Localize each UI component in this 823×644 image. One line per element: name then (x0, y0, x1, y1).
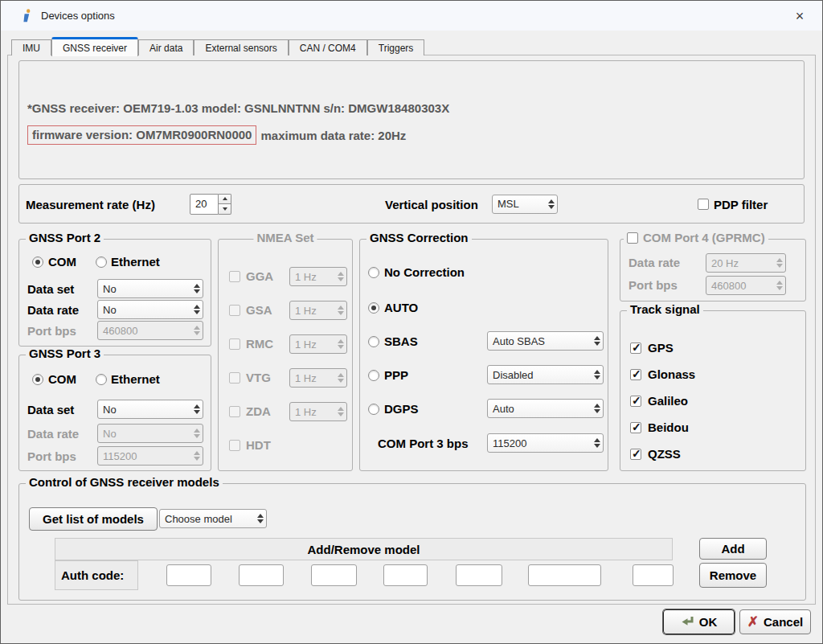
tab-imu[interactable]: IMU (11, 39, 51, 55)
port3-port-bps-label: Port bps (27, 449, 76, 463)
tab-bar: IMU GNSS receiver Air data External sens… (11, 37, 424, 55)
dropdown-arrows-icon (190, 400, 203, 418)
pdp-filter-label: PDP filter (714, 197, 768, 211)
port2-data-rate-value: No (98, 301, 190, 318)
port3-com-label: COM (48, 372, 76, 386)
pdp-filter-checkbox[interactable] (698, 199, 709, 210)
port3-ethernet-radio[interactable] (96, 374, 107, 385)
com-port4-checkbox[interactable] (627, 232, 638, 244)
add-button[interactable]: Add (699, 538, 767, 560)
port2-ethernet-label: Ethernet (111, 255, 160, 269)
dropdown-arrows-icon (591, 400, 603, 417)
ok-return-arrow-icon (681, 616, 694, 628)
tab-can-com4[interactable]: CAN / COM4 (289, 39, 367, 55)
track-galileo-checkbox[interactable] (630, 396, 641, 407)
track-glonass-checkbox[interactable] (630, 369, 641, 380)
sbas-value: Auto SBAS (488, 332, 591, 350)
track-signal-title: Track signal (627, 302, 703, 316)
port2-data-set-select[interactable]: No (97, 279, 203, 298)
track-signal-group: Track signal GPS Glonass Galileo Beidou … (620, 310, 806, 471)
port2-data-set-value: No (98, 280, 190, 297)
ok-button-label: OK (699, 615, 718, 629)
vertical-position-select[interactable]: MSL (492, 195, 558, 214)
gnss-correction-group: GNSS Correction No Correction AUTO SBAS … (359, 239, 608, 471)
dropdown-arrows-icon (773, 277, 785, 294)
track-gps-checkbox[interactable] (630, 343, 641, 354)
window-title: Devices options (41, 10, 115, 22)
choose-model-select[interactable]: Choose model (159, 509, 267, 528)
measurement-rate-stepper[interactable]: 20 (190, 194, 231, 215)
nmea-rmc-rate-select: 1 Hz (289, 334, 347, 354)
nmea-rmc-rate-value: 1 Hz (290, 335, 334, 353)
nmea-gsa-label: GSA (246, 303, 272, 317)
auth-code-input-7[interactable] (633, 564, 674, 586)
track-qzss-checkbox[interactable] (630, 449, 641, 460)
dgps-select[interactable]: Auto (487, 399, 604, 418)
com4-port-bps-label: Port bps (629, 278, 678, 292)
port2-com-label: COM (48, 255, 76, 269)
port3-port-bps-value: 115200 (98, 447, 190, 465)
auth-code-input-5[interactable] (456, 564, 502, 586)
port2-ethernet-radio[interactable] (96, 256, 107, 268)
auto-radio[interactable] (368, 302, 379, 314)
ok-button[interactable]: OK (663, 609, 735, 634)
nmea-gga-label: GGA (246, 269, 273, 283)
stepper-buttons[interactable] (219, 194, 231, 215)
port3-data-rate-select: No (97, 424, 203, 443)
dropdown-arrows-icon (190, 425, 203, 442)
measurement-frame: Measurement rate (Hz) 20 Vertical positi… (18, 184, 805, 224)
port3-data-set-label: Data set (27, 403, 74, 416)
auth-code-input-1[interactable] (166, 564, 211, 586)
sbas-select[interactable]: Auto SBAS (487, 331, 604, 351)
nmea-gsa-checkbox (229, 305, 240, 316)
cancel-x-icon: ✗ (747, 613, 759, 630)
sbas-radio[interactable] (368, 336, 379, 347)
nmea-zda-rate-value: 1 Hz (290, 403, 334, 420)
dropdown-arrows-icon (334, 335, 346, 353)
port3-data-set-select[interactable]: No (97, 400, 203, 419)
auto-label: AUTO (384, 301, 418, 314)
gnss-correction-title: GNSS Correction (366, 231, 472, 244)
dropdown-arrows-icon (190, 447, 203, 465)
com4-port-bps-select: 460800 (706, 276, 786, 295)
measurement-rate-value: 20 (190, 194, 219, 215)
tab-gnss-receiver[interactable]: GNSS receiver (51, 37, 138, 56)
tab-external-sensors[interactable]: External sensors (194, 39, 288, 55)
port3-data-set-value: No (98, 400, 190, 418)
auth-code-input-3[interactable] (311, 564, 357, 586)
ppp-radio[interactable] (368, 370, 379, 381)
com-port4-group: COM Port 4 (GPRMC) Data rate 20 Hz Port … (620, 239, 806, 301)
auth-code-input-6[interactable] (528, 564, 601, 586)
auth-code-input-4[interactable] (383, 564, 428, 586)
dgps-radio[interactable] (368, 404, 379, 415)
port3-com-radio[interactable] (32, 374, 43, 385)
no-correction-label: No Correction (384, 265, 465, 279)
nmea-rmc-label: RMC (246, 337, 273, 351)
cancel-button[interactable]: ✗ Cancel (739, 609, 811, 634)
port3-data-rate-value: No (98, 425, 190, 442)
ppp-select[interactable]: Disabled (487, 365, 604, 384)
tab-air-data[interactable]: Air data (138, 39, 194, 55)
stepper-up-icon[interactable] (219, 194, 231, 204)
nmea-hdt-checkbox (229, 440, 240, 451)
max-data-rate-text: maximum data rate: 20Hz (260, 129, 406, 142)
nmea-gsa-rate-value: 1 Hz (290, 301, 334, 319)
com-port3-bps-select[interactable]: 115200 (487, 433, 604, 453)
track-beidou-checkbox[interactable] (630, 422, 641, 433)
close-icon[interactable]: × (790, 6, 809, 26)
port3-port-bps-select: 115200 (97, 446, 203, 466)
auth-code-input-2[interactable] (239, 564, 284, 586)
nmea-zda-checkbox (229, 406, 240, 417)
get-list-of-models-button[interactable]: Get list of models (29, 507, 158, 531)
com4-port-bps-value: 460800 (706, 277, 773, 294)
measurement-rate-label: Measurement rate (Hz) (26, 197, 155, 211)
stepper-down-icon[interactable] (219, 203, 231, 215)
gnss-port2-group: GNSS Port 2 COM Ethernet Data set No Dat… (18, 239, 211, 347)
tab-triggers[interactable]: Triggers (367, 39, 425, 55)
gnss-port3-group: GNSS Port 3 COM Ethernet Data set No Dat… (18, 355, 211, 471)
remove-button[interactable]: Remove (699, 563, 767, 588)
track-qzss-label: QZSS (648, 447, 681, 461)
port2-com-radio[interactable] (32, 256, 43, 268)
port2-data-rate-select[interactable]: No (97, 300, 203, 319)
no-correction-radio[interactable] (368, 267, 379, 278)
